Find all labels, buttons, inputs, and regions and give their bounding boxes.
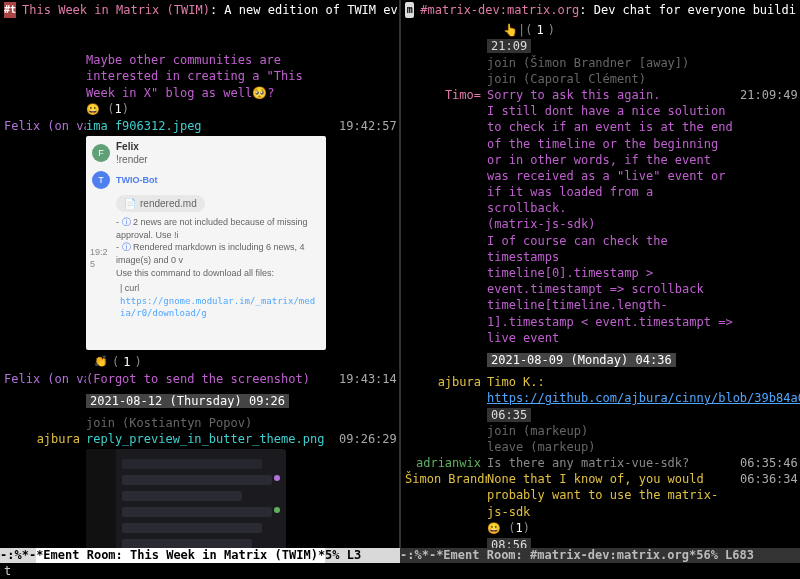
reaction-emoji[interactable]: 😀 (86, 103, 100, 116)
reaction-emoji[interactable]: 😀 (487, 522, 501, 535)
time-divider: 06:35 (487, 408, 531, 422)
message-timestamp: 21:09:49 (736, 87, 796, 103)
modeline-buffer-name: *Ement Room: #matrix-dev:matrix.org* (436, 548, 696, 563)
room-name: #matrix-dev:matrix.org (420, 3, 579, 17)
reaction-count: 1 (123, 354, 130, 370)
membership-event: leave (markeup) (487, 439, 736, 455)
message-sender: Felix (on vaca (4, 118, 86, 134)
time-divider: 21:09 (487, 39, 531, 53)
preview-command: !render (116, 153, 148, 167)
modeline-position: 5% L3 (325, 548, 361, 563)
date-divider: 2021-08-09 (Monday) 04:36 (487, 353, 676, 367)
membership-event: join (Šimon Brandner [away]) (487, 55, 736, 71)
room-topic: Dev chat for everyone buildi (594, 3, 796, 17)
modeline-row: -:%*- *Ement Room: This Week in Matrix (… (0, 548, 800, 563)
message-timestamp: 19:43:14 (335, 371, 395, 387)
attachment-name[interactable]: ima f906312.jpeg (86, 118, 335, 134)
preview-url[interactable]: https://gnome.modular.im/_matrix/media/r… (120, 296, 315, 319)
attachment-name[interactable]: reply_preview_in_butter_theme.png (86, 431, 335, 447)
preview-line: Rendered markdown is including 6 news, 4… (116, 242, 305, 265)
message-timestamp: 19:42:57 (335, 118, 395, 134)
reaction-emoji[interactable]: 👏 (94, 355, 108, 370)
message-sender: adrianwix (405, 455, 487, 471)
modeline-buffer-name: *Ement Room: This Week in Matrix (TWIM)* (36, 548, 325, 563)
preview-sender: Felix (116, 140, 148, 154)
membership-event: join (Caporal Clément) (487, 71, 736, 87)
message-body: Is there any matrix-vue-sdk? (487, 455, 736, 471)
membership-event: join (Kostiantyn Popov) (86, 415, 335, 431)
minibuffer[interactable]: t (0, 563, 800, 579)
message-timestamp: 06:36:34 (736, 471, 796, 487)
modeline-right[interactable]: -:%*- *Ement Room: #matrix-dev:matrix.or… (400, 548, 800, 563)
room-badge-icon: m (405, 2, 414, 18)
date-divider: 2021-08-12 (Thursday) 09:26 (86, 394, 289, 408)
preview-bot-name: TWIO-Bot (116, 174, 157, 186)
right-pane-header: m #matrix-dev:matrix.org: Dev chat for e… (401, 0, 800, 20)
left-pane-header: #t This Week in Matrix (TWIM): A new edi… (0, 0, 399, 20)
modeline-position: 56% L683 (696, 548, 754, 563)
read-marker: 👏 (1) (4, 354, 395, 370)
read-marker: 👆|(1) (405, 22, 796, 38)
room-badge-icon: #t (4, 2, 16, 18)
message-sender: Šimon Brandner (405, 471, 487, 487)
left-pane: #t This Week in Matrix (TWIM): A new edi… (0, 0, 401, 548)
preview-chip: 📄 rendered.md (116, 195, 205, 213)
preview-ts: 19:25 (90, 246, 110, 270)
message-body: (Forgot to send the screenshot) (86, 371, 335, 387)
preview-line: 2 news are not included because of missi… (116, 217, 308, 240)
right-pane: m #matrix-dev:matrix.org: Dev chat for e… (401, 0, 800, 548)
membership-event: join (markeup) (487, 423, 736, 439)
message-timestamp: 09:26:29 (335, 431, 395, 447)
message-sender: ajbura (4, 431, 86, 447)
message-link[interactable]: https://github.com/ajbura/cinny/blob/39b… (487, 391, 800, 405)
message-sender: ajbura (405, 374, 487, 390)
message-timestamp: 06:35:46 (736, 455, 796, 471)
read-count: 1 (536, 22, 543, 38)
message-sender: Felix (on vaca (4, 371, 86, 387)
message-sender: Timo= (405, 87, 487, 103)
reaction-count: 1 (515, 521, 522, 535)
room-name: This Week in Matrix (TWIM) (22, 3, 210, 17)
room-topic: A new edition of TWIM ev (224, 3, 397, 17)
time-divider: 08:56 (487, 538, 531, 548)
left-message-list[interactable]: Maybe other communities are interested i… (0, 20, 399, 548)
message-body: Maybe other communities are interested i… (86, 52, 335, 101)
image-thumbnail[interactable] (86, 449, 286, 548)
right-message-list[interactable]: 👆|(1) 21:09 join (Šimon Brandner [away])… (401, 20, 800, 548)
reaction-count: 1 (114, 102, 121, 116)
message-body: Sorry to ask this again. I still dont ha… (487, 87, 736, 346)
message-body: None that I know of, you would probably … (487, 471, 736, 520)
preview-line: Use this command to download all files: (116, 267, 318, 280)
reply-target: Timo K.: (487, 375, 545, 389)
modeline-left[interactable]: -:%*- *Ement Room: This Week in Matrix (… (0, 548, 400, 563)
image-preview: F Felix !render T TWIO-Bot 📄 rendered.md (86, 136, 326, 351)
